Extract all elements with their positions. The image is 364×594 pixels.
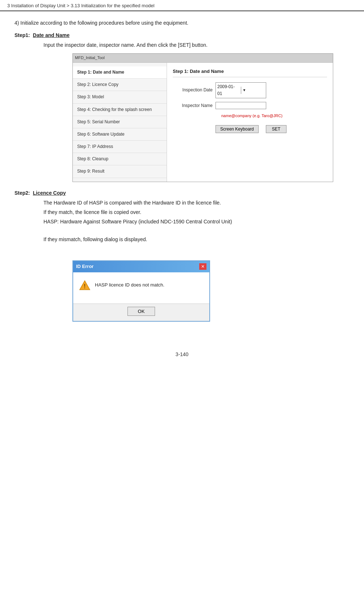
- intro-text: 4) Initialize according to the following…: [14, 20, 350, 26]
- step2-mismatch-text: If they mismatch, following dialog is di…: [43, 235, 350, 243]
- mfd-main-title: Step 1: Date and Name: [173, 68, 327, 77]
- mfd-titlebar: MFD_Initial_Tool: [73, 54, 333, 63]
- step1-header: Step1: Date and Name: [14, 32, 350, 38]
- mfd-sidebar-item-4[interactable]: Step 4: Checking for the splash screen: [73, 104, 167, 116]
- mfd-form: Inspection Date 2009-01-01 ▼ Inspector N…: [173, 82, 327, 133]
- warning-icon: !: [79, 280, 91, 291]
- mfd-inspector-name-label: Inspector Name: [173, 102, 213, 109]
- dialog-body: ! HASP licence ID does not match.: [73, 272, 209, 304]
- mfd-hint-row: name@company (e.g. Taro@JRC): [173, 113, 327, 119]
- set-button[interactable]: SET: [266, 125, 286, 133]
- dialog-footer: OK: [73, 304, 209, 321]
- dialog-ok-button[interactable]: OK: [127, 307, 155, 316]
- mfd-body: Step 1: Date and Name Step 2: Licence Co…: [73, 63, 333, 182]
- breadcrumb: 3 Installation of Display Unit > 3.13 In…: [0, 0, 364, 11]
- mfd-inspection-date-label: Inspection Date: [173, 87, 213, 94]
- step2-block: Step2: Licence Copy The Hardware ID of H…: [14, 190, 350, 322]
- step1-title: Date and Name: [33, 32, 70, 38]
- page-content: 4) Initialize according to the following…: [0, 11, 364, 344]
- dropdown-arrow-icon: ▼: [241, 87, 266, 94]
- dialog-message-text: HASP licence ID does not match.: [95, 281, 164, 289]
- mfd-window: MFD_Initial_Tool Step 1: Date and Name S…: [72, 53, 333, 182]
- mfd-inspector-name-row: Inspector Name: [173, 102, 327, 109]
- mfd-buttons: Screen Keyboard SET: [216, 125, 327, 133]
- dialog-close-button[interactable]: ✕: [199, 263, 206, 270]
- mfd-sidebar-item-7[interactable]: Step 7: IP Address: [73, 141, 167, 153]
- step2-description: The Hardware ID of HASP is compared with…: [43, 199, 350, 322]
- dialog-title: ID Error: [76, 263, 93, 271]
- screen-keyboard-button[interactable]: Screen Keyboard: [216, 125, 259, 133]
- step2-title: Licence Copy: [33, 190, 66, 196]
- mfd-sidebar-item-3[interactable]: Step 3: Model: [73, 91, 167, 103]
- page-footer: 3-140: [0, 344, 364, 368]
- mfd-inspector-name-input[interactable]: [216, 102, 266, 109]
- mfd-sidebar-item-8[interactable]: Step 8: Cleanup: [73, 153, 167, 165]
- step2-header: Step2: Licence Copy: [14, 190, 350, 196]
- mfd-hint-text: name@company (e.g. Taro@JRC): [221, 113, 283, 119]
- svg-text:!: !: [84, 283, 85, 289]
- step2-line-3: HASP: Hardware Against Software Piracy (…: [43, 218, 350, 226]
- mfd-inspection-date-row: Inspection Date 2009-01-01 ▼: [173, 82, 327, 98]
- step2-line-1: The Hardware ID of HASP is compared with…: [43, 199, 350, 207]
- dialog-message-row: ! HASP licence ID does not match.: [79, 280, 204, 291]
- step2-label: Step2:: [14, 190, 30, 196]
- mfd-sidebar-item-9[interactable]: Step 9: Result: [73, 165, 167, 178]
- mfd-sidebar-item-2[interactable]: Step 2: Licence Copy: [73, 79, 167, 91]
- page-number: 3-140: [176, 351, 189, 357]
- step2-line-2: If they match, the licence file is copie…: [43, 208, 350, 216]
- step1-label: Step1:: [14, 32, 30, 38]
- dialog-box: ID Error ✕ ! HASP licence ID does not ma…: [72, 260, 210, 322]
- dialog-titlebar: ID Error ✕: [73, 261, 209, 272]
- step1-description: Input the inspector date, inspector name…: [43, 41, 350, 182]
- mfd-sidebar: Step 1: Date and Name Step 2: Licence Co…: [73, 63, 167, 182]
- mfd-sidebar-item-1[interactable]: Step 1: Date and Name: [73, 66, 167, 79]
- mfd-inspection-date-dropdown[interactable]: 2009-01-01 ▼: [216, 82, 266, 98]
- id-error-dialog: ID Error ✕ ! HASP licence ID does not ma…: [72, 260, 210, 322]
- mfd-main: Step 1: Date and Name Inspection Date 20…: [167, 63, 333, 182]
- mfd-sidebar-item-6[interactable]: Step 6: Software Update: [73, 128, 167, 141]
- step1-block: Step1: Date and Name Input the inspector…: [14, 32, 350, 182]
- mfd-sidebar-item-5[interactable]: Step 5: Serial Number: [73, 116, 167, 128]
